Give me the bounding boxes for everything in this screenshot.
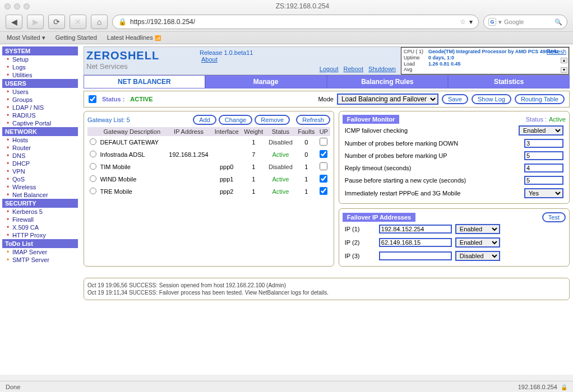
bookmark-most-visited[interactable]: Most Visited ▾	[7, 34, 45, 41]
status-value: ACTIVE	[130, 96, 153, 102]
close-dot[interactable]	[4, 3, 11, 10]
window-controls[interactable]	[4, 3, 30, 10]
failover-ip-title: Failover IP Addresses	[343, 213, 415, 222]
sidebar-item[interactable]: DNS	[2, 152, 78, 160]
gw-refresh-button[interactable]: Refresh	[296, 115, 330, 125]
reboot-link[interactable]: Reboot	[344, 66, 363, 72]
gw-desc: TIM Mobile	[98, 161, 165, 173]
table-row[interactable]: TIM Mobileppp01Disabled1	[87, 161, 330, 173]
row-radio[interactable]	[90, 138, 96, 145]
sidebar-item[interactable]: Groups	[2, 96, 78, 104]
gw-remove-button[interactable]: Remove	[255, 115, 290, 125]
sidebar-item[interactable]: Wireless	[2, 183, 78, 191]
ip-input[interactable]	[379, 251, 452, 260]
gw-up-checkbox[interactable]	[320, 187, 327, 195]
ip-input[interactable]	[379, 238, 452, 247]
home-button[interactable]: ⌂	[91, 15, 108, 29]
gw-add-button[interactable]: Add	[193, 115, 216, 125]
gw-up-checkbox[interactable]	[320, 138, 327, 146]
gw-iface: ppp0	[212, 161, 242, 173]
gw-faults: 1	[295, 185, 317, 198]
minimize-dot[interactable]	[14, 3, 20, 10]
search-bar[interactable]: G ▾ Google 🔍	[483, 15, 567, 29]
sidebar-item[interactable]: Setup	[2, 55, 78, 63]
sidebar-item[interactable]: Captive Portal	[2, 119, 78, 127]
gw-iface	[212, 136, 242, 148]
sidebar-item[interactable]: Router	[2, 144, 78, 152]
ip-state-select[interactable]: Enabled	[455, 224, 500, 234]
ip-input[interactable]	[379, 225, 452, 234]
status-checkbox[interactable]	[89, 95, 96, 103]
gw-up-checkbox[interactable]	[320, 175, 327, 183]
restart-select[interactable]: Yes	[524, 188, 563, 198]
about-link[interactable]: About	[201, 56, 396, 63]
bookmark-getting-started[interactable]: Getting Started	[56, 34, 97, 41]
pause-input[interactable]	[524, 176, 563, 185]
icmp-select[interactable]: Enabled	[519, 125, 563, 136]
url-bar[interactable]: 🔒 https://192.168.0.254/ ☆ ▾	[112, 15, 479, 29]
search-icon[interactable]: 🔍	[554, 18, 562, 26]
bookmark-star-icon[interactable]: ☆	[460, 18, 466, 26]
sidebar-item[interactable]: VPN	[2, 167, 78, 175]
sidebar-item[interactable]: LDAP / NIS	[2, 104, 78, 111]
scroll-down-icon[interactable]: ▾	[561, 67, 567, 73]
row-radio[interactable]	[90, 175, 96, 182]
showlog-button[interactable]: Show Log	[472, 94, 511, 104]
gw-up-checkbox[interactable]	[320, 162, 327, 170]
zoom-dot[interactable]	[24, 3, 30, 10]
sidebar-item[interactable]: Kerberos 5	[2, 208, 78, 216]
sidebar-item[interactable]: Users	[2, 88, 78, 96]
url-dropdown-icon[interactable]: ▾	[469, 18, 473, 26]
row-radio[interactable]	[90, 163, 96, 170]
sidebar-item[interactable]: Hosts	[2, 136, 78, 144]
cpu-refresh-link[interactable]: Refresh	[547, 49, 566, 55]
search-dropdown-icon[interactable]: ▾	[498, 18, 502, 26]
sidebar-item[interactable]: Logs	[2, 63, 78, 71]
logout-link[interactable]: Logout	[320, 66, 339, 72]
tab[interactable]: Manage	[205, 75, 327, 88]
gw-faults: 0	[295, 136, 317, 148]
ip-state-select[interactable]: Enabled	[455, 237, 500, 248]
forward-button[interactable]: ▶	[27, 15, 44, 29]
tab[interactable]: Statistics	[448, 75, 570, 88]
stop-button[interactable]: ✕	[70, 15, 86, 29]
sidebar-item[interactable]: HTTP Proxy	[2, 231, 78, 239]
save-button[interactable]: Save	[442, 94, 468, 104]
row-radio[interactable]	[90, 188, 96, 194]
table-row[interactable]: Infostrada ADSL192.168.1.2547Active0	[87, 148, 330, 161]
statusbar: Done 192.168.0.254	[0, 381, 573, 392]
sidebar-item[interactable]: RADIUS	[2, 111, 78, 119]
tab[interactable]: NET BALANCER	[84, 75, 205, 88]
sidebar-item[interactable]: SMTP Server	[2, 256, 78, 264]
back-button[interactable]: ◀	[6, 15, 22, 29]
mode-select[interactable]: Load Balancing and Failover	[337, 94, 438, 105]
table-row[interactable]: DEFAULT GATEWAY1Disabled0	[87, 136, 330, 148]
tab-row: NET BALANCERManageBalancing RulesStatist…	[84, 75, 570, 88]
sidebar-item[interactable]: IMAP Server	[2, 248, 78, 256]
bookmark-latest-headlines[interactable]: Latest Headlines	[107, 34, 161, 41]
failover-status: Active	[549, 116, 566, 123]
table-row[interactable]: TRE Mobileppp21Active1	[87, 185, 330, 198]
shutdown-link[interactable]: Shutdown	[368, 66, 396, 72]
row-radio[interactable]	[90, 151, 96, 157]
sidebar-item[interactable]: DHCP	[2, 160, 78, 167]
table-row[interactable]: WIND Mobileppp11Active1	[87, 173, 330, 185]
ip-state-select[interactable]: Disabled	[455, 251, 500, 261]
test-button[interactable]: Test	[542, 212, 566, 222]
probes-up-input[interactable]	[524, 151, 563, 160]
sidebar-header: USERS	[2, 79, 78, 88]
sidebar-item[interactable]: QoS	[2, 175, 78, 183]
tab[interactable]: Balancing Rules	[327, 75, 449, 88]
sidebar-item[interactable]: Firewall	[2, 216, 78, 223]
gw-faults: 1	[295, 161, 317, 173]
routing-table-button[interactable]: Routing Table	[515, 94, 565, 104]
probes-down-input[interactable]	[524, 139, 563, 148]
gw-change-button[interactable]: Change	[219, 115, 253, 125]
sidebar-item[interactable]: Utilities	[2, 71, 78, 79]
gw-up-checkbox[interactable]	[320, 150, 327, 158]
sidebar-item[interactable]: X.509 CA	[2, 223, 78, 231]
timeout-input[interactable]	[524, 164, 563, 172]
scroll-up-icon[interactable]: ▴	[561, 58, 567, 63]
sidebar-item[interactable]: Net Balancer	[2, 191, 78, 199]
reload-button[interactable]: ⟳	[48, 15, 65, 29]
